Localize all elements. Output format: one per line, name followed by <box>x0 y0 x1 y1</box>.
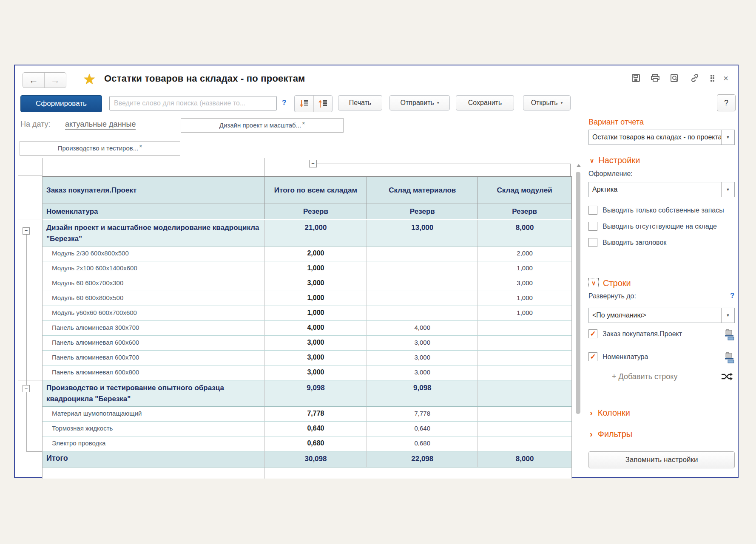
design-select[interactable]: Арктика▼ <box>588 182 735 197</box>
rows-section-header[interactable]: ∨ Строки <box>588 278 631 288</box>
checkbox-row[interactable]: ✓Заказ покупателя.Проект <box>588 329 735 342</box>
column-group-line-tick <box>570 164 571 176</box>
table-row-group[interactable]: Дизайн проект и масштабное моделирование… <box>43 220 571 246</box>
add-row-link[interactable]: + Добавить строку <box>612 372 677 381</box>
table-row-group[interactable]: Производство и тестирование опытного обр… <box>43 380 571 407</box>
table-row-item[interactable]: Электро проводка0,6800,680 <box>43 436 571 451</box>
grouping-levels-icon[interactable] <box>725 352 735 365</box>
row-value-cell: 0,640 <box>265 422 367 436</box>
row-value-cell: 13,000 <box>367 220 478 246</box>
grouping-levels-icon[interactable] <box>725 329 735 342</box>
row-value-cell <box>478 436 571 451</box>
back-button[interactable]: ← <box>23 73 44 88</box>
favorite-star-icon[interactable]: ★ <box>83 71 96 88</box>
table-row-item[interactable]: Панель алюминевая 600х7003,0003,000 <box>43 351 571 366</box>
table-row-total[interactable]: Итого30,09822,0988,000 <box>43 451 571 468</box>
chip-close-icon[interactable]: × <box>302 120 305 126</box>
help-button[interactable]: ? <box>717 94 736 111</box>
sort-descending-button[interactable] <box>295 96 313 112</box>
table-row-item[interactable]: Модуль 2х100 600х1400х6001,0001,000 <box>43 261 571 276</box>
checkbox-checked[interactable]: ✓ <box>588 329 597 338</box>
table-row-item[interactable]: Модуль 60 600х700х3003,0003,000 <box>43 276 571 291</box>
rows-expander-box[interactable]: ∨ <box>588 278 599 288</box>
column-group-collapse-button[interactable]: − <box>309 160 317 167</box>
filter-chip[interactable]: Дизайн проект и масштаб...× <box>181 118 344 133</box>
chip-close-icon[interactable]: × <box>139 143 142 149</box>
link-icon[interactable] <box>690 74 699 82</box>
generate-button[interactable]: Сформировать <box>20 95 102 112</box>
row-value-cell: 4,000 <box>265 321 367 335</box>
scrollbar-thumb[interactable] <box>576 172 580 414</box>
print-button[interactable]: Печать <box>338 95 382 110</box>
filter-chip[interactable]: Производство и тестиров...× <box>20 141 180 156</box>
checkbox-label: Заказ покупателя.Проект <box>603 329 719 339</box>
open-button[interactable]: Открыть▾ <box>523 95 571 110</box>
row-name-cell: Панель алюминевая 600х600 <box>43 336 265 350</box>
checkbox-label: Выводить заголовок <box>603 238 666 247</box>
remember-settings-button[interactable]: Запомнить настройки <box>588 451 735 468</box>
table-row-item[interactable]: Панель алюминевая 300х7004,0004,000 <box>43 321 571 336</box>
scroll-up-icon[interactable] <box>577 164 581 167</box>
settings-section-header[interactable]: ∨ Настройки <box>590 156 640 165</box>
more-kebab-icon[interactable] <box>711 75 712 82</box>
row-value-cell: 0,680 <box>265 436 367 451</box>
sort-ascending-button[interactable] <box>313 96 333 112</box>
save-icon[interactable] <box>632 74 640 82</box>
print-icon[interactable] <box>651 74 659 82</box>
row-value-cell: 21,000 <box>265 220 367 246</box>
sort-buttons <box>294 95 333 112</box>
checkbox-row[interactable]: Выводить заголовок <box>588 238 735 247</box>
row-group-collapse-button[interactable]: − <box>23 385 30 392</box>
checkbox-row[interactable]: ✓Номенклатура <box>588 352 735 365</box>
close-icon[interactable]: × <box>723 74 728 82</box>
filters-section-header[interactable]: › Фильтры <box>590 429 632 439</box>
preview-search-icon[interactable] <box>671 74 679 82</box>
row-group-guide <box>18 176 42 176</box>
checkbox-unchecked[interactable] <box>588 238 597 247</box>
row-name-cell: Дизайн проект и масштабное моделирование… <box>43 220 265 246</box>
row-name-cell: Электро проводка <box>43 436 265 451</box>
table-row-item[interactable]: Модуль 2/30 600х800х5002,0002,000 <box>43 246 571 261</box>
expand-help-icon[interactable]: ? <box>730 292 734 300</box>
table-subheader-row[interactable]: Номенклатура Резерв Резерв Резерв <box>43 204 571 220</box>
variant-select[interactable]: Остатки товаров на складах - по проектам… <box>588 130 735 145</box>
table-row-item[interactable]: Панель алюминевая 600х6003,0003,000 <box>43 336 571 351</box>
search-input[interactable] <box>109 96 277 110</box>
row-value-cell <box>478 366 571 380</box>
row-group-collapse-button[interactable]: − <box>23 227 30 235</box>
columns-section-header[interactable]: › Колонки <box>590 408 630 418</box>
vertical-scrollbar[interactable] <box>575 162 581 479</box>
header-materials: Склад материалов <box>367 177 478 204</box>
table-row-item[interactable]: Тормозная жидкость0,6400,640 <box>43 422 571 436</box>
row-group-guide <box>26 235 27 451</box>
expand-to-select[interactable]: <По умолчанию>▼ <box>588 308 735 323</box>
checkbox-unchecked[interactable] <box>588 206 597 215</box>
report-window: ← → ★ Остатки товаров на складах - по пр… <box>14 65 739 478</box>
table-header-row[interactable]: Заказ покупателя.Проект Итого по всем ск… <box>43 177 571 204</box>
table-row-item[interactable]: Модуль 60 600х800х5001,0001,000 <box>43 291 571 306</box>
forward-button[interactable]: → <box>44 73 66 88</box>
header-modules: Склад модулей <box>478 177 571 204</box>
date-value-link[interactable]: актуальные данные <box>65 120 136 130</box>
row-value-cell <box>367 291 478 306</box>
search-help-icon[interactable]: ? <box>282 99 286 107</box>
row-value-cell: 4,000 <box>367 321 478 335</box>
forward-arrow-icon: → <box>51 75 60 86</box>
row-value-cell: 3,000 <box>478 276 571 291</box>
table-row-item[interactable]: Модуль у60х60 600х700х6001,0001,000 <box>43 306 571 321</box>
checkbox-row[interactable]: Выводить отсутствующие на складе <box>588 222 735 231</box>
row-value-cell <box>478 380 571 406</box>
save-report-button[interactable]: Сохранить <box>456 95 514 110</box>
table-row-item[interactable]: Материал шумопоглащающий7,7787,778 <box>43 407 571 422</box>
chevron-down-icon[interactable]: ▼ <box>721 130 734 144</box>
checkbox-checked[interactable]: ✓ <box>588 352 597 361</box>
checkbox-unchecked[interactable] <box>588 222 597 231</box>
send-button[interactable]: Отправить▾ <box>389 95 450 110</box>
shuffle-icon[interactable] <box>721 372 733 382</box>
chevron-down-icon[interactable]: ▼ <box>721 308 734 323</box>
chevron-down-icon[interactable]: ▼ <box>721 182 734 197</box>
row-value-cell: 1,000 <box>478 261 571 276</box>
row-name-cell: Панель алюминевая 600х800 <box>43 366 265 380</box>
table-row-item[interactable]: Панель алюминевая 600х8003,0003,000 <box>43 366 571 380</box>
checkbox-row[interactable]: Выводить только собственные запасы <box>588 206 735 215</box>
